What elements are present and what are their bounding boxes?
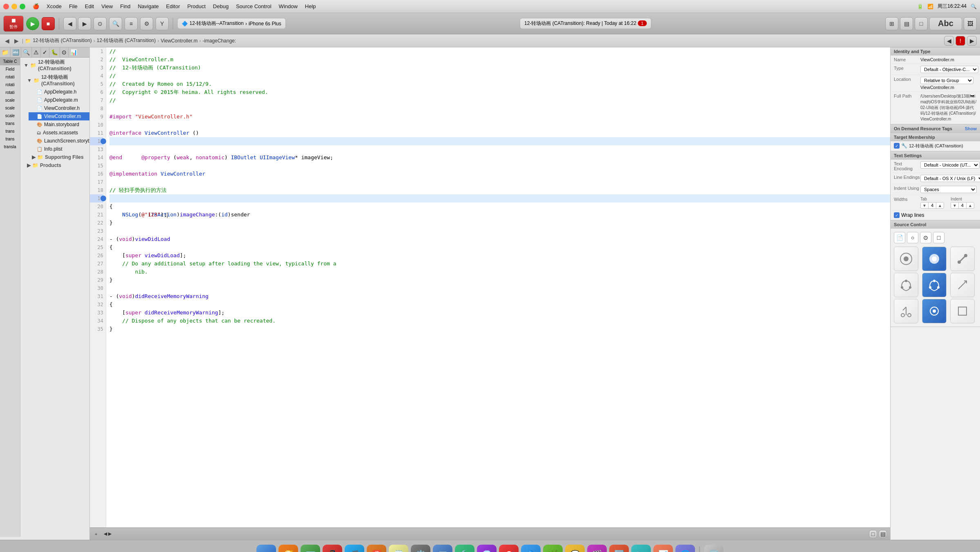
sc-grid-item-6[interactable] <box>950 273 975 297</box>
bottom-right-btn[interactable]: ▤ <box>879 530 887 538</box>
target-checkbox[interactable]: ✓ <box>894 143 900 149</box>
menu-window[interactable]: Window <box>276 2 301 10</box>
sc-grid-item-7[interactable] <box>894 299 918 323</box>
encoding-select[interactable]: Default - Unicode (UT... <box>920 161 980 169</box>
sidebar-item-products[interactable]: ▶ 📁 Products <box>24 161 89 169</box>
sidebar-tab-files[interactable]: 📁 <box>0 47 11 57</box>
sc-filled-btn[interactable]: ⊙ <box>920 232 931 243</box>
sidebar-item-appdelegatem[interactable]: 📄 AppDelegate.m <box>29 96 89 104</box>
menu-navigate[interactable]: Navigate <box>134 2 162 10</box>
indent-select[interactable]: Spaces <box>920 186 977 193</box>
tab-inc-btn[interactable]: ▲ <box>936 203 944 208</box>
code-area[interactable]: 1 2 3 4 5 6 7 8 9 10 11 12 13 14 15 16 1… <box>90 47 890 528</box>
breadcrumb-item3[interactable]: ViewController.m <box>161 38 198 44</box>
left-tab-scale3[interactable]: scale <box>0 112 20 120</box>
sc-grid-item-9[interactable] <box>950 299 975 323</box>
dock-item4[interactable]: 💬 <box>565 545 585 552</box>
dock-safari[interactable]: 🧭 <box>278 545 298 552</box>
breadcrumb-item4[interactable]: -imageChange: <box>203 38 236 44</box>
menu-help[interactable]: Help <box>302 2 319 10</box>
left-tab-rotati3[interactable]: rotati <box>0 89 20 96</box>
menu-editor[interactable]: Editor <box>163 2 183 10</box>
sc-grid-item-4[interactable] <box>894 273 918 297</box>
menu-xcode[interactable]: Xcode <box>43 2 65 10</box>
stop-build-button[interactable]: ■ <box>42 17 55 30</box>
sidebar-tab-reports[interactable]: 📊 <box>69 47 79 57</box>
sc-doc-btn[interactable]: 📄 <box>894 232 905 243</box>
split-view-btn[interactable]: ⊞ <box>885 17 898 30</box>
left-tab-trans3[interactable]: trans <box>0 135 20 143</box>
dock-item1[interactable]: 🎯 <box>499 545 519 552</box>
indent-stepper[interactable]: ▼ 4 ▲ <box>951 202 974 209</box>
left-tab-table[interactable]: Table C <box>0 58 20 65</box>
add-file-btn[interactable]: + <box>93 531 99 537</box>
bottom-left-btn[interactable]: □ <box>869 530 877 538</box>
dock-calendar[interactable]: 📅 <box>367 545 386 552</box>
sidebar-item-viewcontrollerh[interactable]: 📄 ViewController.h <box>29 104 89 112</box>
dock-terminal[interactable]: 💻 <box>433 545 452 552</box>
menu-apple[interactable]: 🍎 <box>29 2 42 10</box>
menu-debug[interactable]: Debug <box>210 2 232 10</box>
navigate-button[interactable]: ▶ <box>78 17 91 30</box>
sidebar-tab-classes[interactable]: 🔤 <box>11 47 21 57</box>
dock-item9[interactable]: 🌐 <box>675 545 695 552</box>
tab-stepper[interactable]: ▼ 4 ▲ <box>920 202 944 209</box>
dock-trash[interactable]: 🗑️ <box>704 545 724 552</box>
menu-find[interactable]: Find <box>117 2 134 10</box>
error-indicator[interactable]: ! <box>956 36 965 46</box>
sidebar-item-supporting[interactable]: ▶ 📁 Supporting Files <box>29 153 89 161</box>
menu-product[interactable]: Product <box>184 2 209 10</box>
dock-item2[interactable]: 🔷 <box>521 545 541 552</box>
minimize-button[interactable] <box>11 4 17 9</box>
dock-finder[interactable]: 🐟 <box>256 545 276 552</box>
dock-mail[interactable]: 📧 <box>301 545 320 552</box>
sidebar-group-project[interactable]: ▼ 📁 12-转场动画 (CATransition) <box>20 58 89 73</box>
dock-xcode[interactable]: 🔨 <box>455 545 474 552</box>
indent-inc-btn[interactable]: ▲ <box>967 203 974 208</box>
sidebar-group-project2[interactable]: ▼ 📁 12-转场动画 (CATransition) <box>24 73 89 88</box>
nav-forward[interactable]: ▶ <box>13 37 20 45</box>
nav-back[interactable]: ◀ <box>3 37 11 45</box>
sidebar-item-assets[interactable]: 🗂 Assets.xcassets <box>29 129 89 137</box>
sc-grid-item-8[interactable] <box>922 299 947 323</box>
menu-view[interactable]: View <box>98 2 116 10</box>
dock-music[interactable]: 🎵 <box>345 545 364 552</box>
left-tab-transla[interactable]: transla <box>0 143 20 151</box>
dock-sketch[interactable]: 💎 <box>477 545 497 552</box>
reveal-icon[interactable]: ⮕ <box>970 93 977 100</box>
dock-notes[interactable]: 🗒️ <box>389 545 408 552</box>
sidebar-item-appdelegateh[interactable]: 📄 AppDelegate.h <box>29 88 89 96</box>
sc-grid-item-3[interactable] <box>950 247 975 271</box>
show-btn[interactable]: Show <box>965 126 977 131</box>
sc-circle-btn[interactable]: ○ <box>907 232 918 243</box>
sc-grid-item-2[interactable] <box>922 247 947 271</box>
left-tab-scale2[interactable]: scale <box>0 104 20 112</box>
dock-system-prefs[interactable]: ⚙️ <box>411 545 430 552</box>
dock-item5[interactable]: 🎬 <box>587 545 607 552</box>
run-button[interactable]: ▶ <box>26 17 39 30</box>
asset-btn[interactable]: 🖼 <box>964 17 977 30</box>
menu-edit[interactable]: Edit <box>82 2 97 10</box>
left-tab-scale1[interactable]: scale <box>0 96 20 104</box>
wrap-checkbox[interactable]: ✓ <box>894 212 900 218</box>
dock-phone[interactable]: 📱 <box>323 545 342 552</box>
nav-btns[interactable]: ◀ ▶ <box>102 530 113 537</box>
sidebar-tab-tests[interactable]: ✓ <box>41 47 49 57</box>
breadcrumb-item1[interactable]: 12-转场动画 (CATransition) <box>33 37 92 44</box>
back-forward-button[interactable]: ◀ <box>63 17 76 30</box>
menu-file[interactable]: File <box>66 2 81 10</box>
dock-item8[interactable]: 📊 <box>653 545 673 552</box>
sidebar-item-launchscreen[interactable]: 🎨 LaunchScreen.storyboard <box>29 137 89 145</box>
sc-square-btn[interactable]: □ <box>933 232 944 243</box>
settings-button[interactable]: ⚙ <box>140 17 153 30</box>
sidebar-item-viewcontrollerm[interactable]: 📄 ViewController.m <box>29 112 89 120</box>
indent-dec-btn[interactable]: ▼ <box>951 203 958 208</box>
filter-button[interactable]: Y <box>156 17 169 30</box>
close-button[interactable] <box>3 4 9 9</box>
tab-dec-btn[interactable]: ▼ <box>921 203 928 208</box>
sc-grid-item-5[interactable] <box>922 273 947 297</box>
search-button[interactable]: 🔍 <box>109 17 122 30</box>
console-btn[interactable]: ▤ <box>900 17 913 30</box>
nav-next-btn[interactable]: ▶ <box>967 36 977 46</box>
menu-source-control[interactable]: Source Control <box>233 2 275 10</box>
